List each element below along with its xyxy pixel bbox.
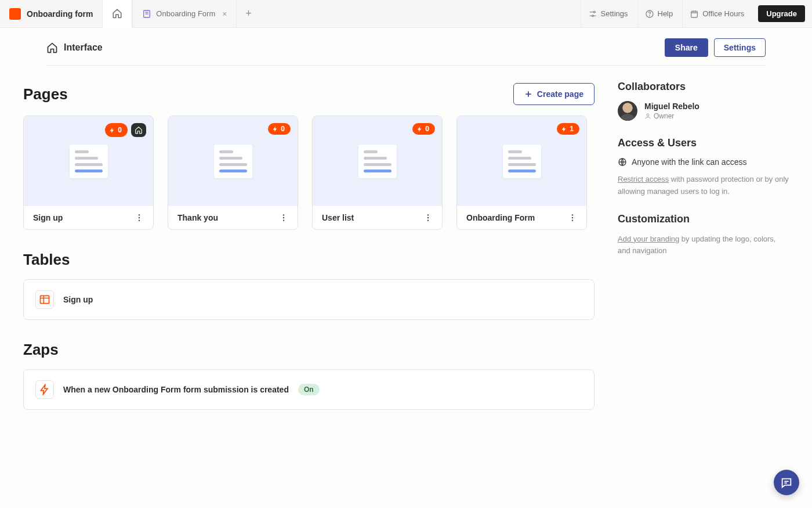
svg-point-18 bbox=[572, 217, 573, 218]
svg-point-10 bbox=[139, 219, 140, 221]
upgrade-button[interactable]: Upgrade bbox=[758, 5, 805, 22]
card-title: Sign up bbox=[33, 213, 63, 222]
page-card[interactable]: 0 Sign up bbox=[23, 116, 154, 230]
more-menu-button[interactable] bbox=[279, 213, 288, 222]
svg-point-6 bbox=[649, 16, 650, 16]
card-title: Thank you bbox=[177, 213, 218, 222]
more-menu-button[interactable] bbox=[423, 213, 433, 222]
card-footer: User list bbox=[313, 206, 442, 229]
more-menu-button[interactable] bbox=[568, 213, 577, 222]
preview-doc bbox=[70, 145, 108, 178]
zaps-header: Zaps bbox=[23, 341, 594, 359]
section-title-pages: Pages bbox=[23, 85, 68, 103]
app-brand: Onboarding form bbox=[0, 0, 102, 27]
avatar bbox=[618, 101, 637, 121]
customization-description: Add your branding by updating the logo, … bbox=[618, 233, 789, 258]
card-footer: Thank you bbox=[168, 206, 298, 229]
page-card[interactable]: 0 User list bbox=[312, 116, 443, 230]
card-preview: 0 bbox=[168, 116, 298, 206]
bolt-badge: 0 bbox=[105, 123, 128, 137]
tab-onboarding-form[interactable]: Onboarding Form × bbox=[132, 0, 237, 27]
svg-rect-1 bbox=[146, 12, 148, 12]
svg-point-4 bbox=[592, 15, 593, 17]
svg-point-17 bbox=[572, 214, 573, 215]
bolt-badge: 0 bbox=[412, 123, 435, 135]
access-description: Restrict access with password protection… bbox=[618, 174, 789, 198]
tab-row: Onboarding Form × + bbox=[102, 0, 260, 27]
bolt-badge: 0 bbox=[268, 123, 291, 135]
preview-doc bbox=[503, 145, 541, 178]
zap-status-badge: On bbox=[298, 384, 320, 395]
home-icon bbox=[112, 8, 122, 19]
share-button[interactable]: Share bbox=[665, 38, 708, 57]
add-branding-link[interactable]: Add your branding bbox=[618, 235, 679, 243]
collaborators-heading: Collaborators bbox=[618, 81, 789, 93]
svg-point-21 bbox=[647, 114, 649, 116]
person-icon bbox=[644, 113, 651, 120]
chat-fab[interactable] bbox=[774, 470, 799, 495]
access-status-row: Anyone with the link can access bbox=[618, 157, 789, 167]
access-heading: Access & Users bbox=[618, 137, 789, 149]
collaborator-name: Miguel Rebelo bbox=[644, 102, 699, 111]
svg-point-16 bbox=[427, 219, 429, 221]
svg-point-12 bbox=[283, 217, 284, 218]
svg-point-13 bbox=[283, 219, 284, 221]
main: Pages Create page 0 bbox=[0, 66, 812, 442]
topbar-settings-link[interactable]: Settings bbox=[581, 0, 635, 27]
section-title-zaps: Zaps bbox=[23, 341, 59, 359]
close-icon[interactable]: × bbox=[222, 9, 227, 19]
card-footer: Sign up bbox=[24, 206, 153, 229]
home-icon bbox=[46, 42, 58, 53]
globe-icon bbox=[618, 157, 627, 167]
table-icon bbox=[35, 290, 54, 309]
page-title: Interface bbox=[64, 42, 103, 53]
calendar-icon bbox=[690, 9, 699, 19]
svg-point-3 bbox=[593, 11, 595, 13]
zap-row[interactable]: When a new Onboarding Form form submissi… bbox=[23, 369, 594, 410]
app-logo bbox=[9, 8, 21, 20]
svg-point-15 bbox=[427, 217, 429, 218]
page-card[interactable]: 0 Thank you bbox=[168, 116, 298, 230]
page-cards-row: 0 Sign up 0 bbox=[23, 116, 594, 230]
restrict-access-link[interactable]: Restrict access bbox=[618, 175, 669, 183]
svg-point-14 bbox=[427, 214, 429, 215]
svg-point-11 bbox=[283, 214, 284, 215]
sliders-icon bbox=[588, 9, 597, 19]
topbar: Onboarding form Onboarding Form × + Sett… bbox=[0, 0, 812, 28]
table-title: Sign up bbox=[63, 295, 93, 304]
plus-icon bbox=[524, 90, 532, 98]
zap-title: When a new Onboarding Form form submissi… bbox=[63, 385, 289, 394]
card-title: Onboarding Form bbox=[466, 213, 535, 222]
pages-header: Pages Create page bbox=[23, 83, 594, 105]
subheader: Interface Share Settings bbox=[46, 28, 766, 66]
collaborator-role: Owner bbox=[644, 112, 699, 120]
svg-point-9 bbox=[139, 217, 140, 218]
card-footer: Onboarding Form bbox=[457, 206, 586, 229]
page-card[interactable]: 1 Onboarding Form bbox=[456, 116, 587, 230]
svg-point-8 bbox=[139, 214, 140, 215]
sidebar: Collaborators Miguel Rebelo Owner Access… bbox=[618, 77, 789, 431]
tab-label: Onboarding Form bbox=[156, 9, 215, 18]
collaborator-row: Miguel Rebelo Owner bbox=[618, 101, 789, 121]
preview-doc bbox=[358, 145, 397, 178]
form-icon bbox=[142, 9, 151, 19]
new-tab-button[interactable]: + bbox=[237, 0, 260, 27]
topbar-help-link[interactable]: Help bbox=[637, 0, 680, 27]
help-icon bbox=[645, 9, 654, 19]
tables-header: Tables bbox=[23, 251, 594, 269]
create-page-button[interactable]: Create page bbox=[513, 83, 594, 105]
home-badge bbox=[131, 123, 146, 137]
tab-home[interactable] bbox=[102, 0, 132, 28]
topbar-office-hours-link[interactable]: Office Hours bbox=[682, 0, 751, 27]
table-row[interactable]: Sign up bbox=[23, 279, 594, 320]
settings-button[interactable]: Settings bbox=[714, 38, 766, 57]
section-title-tables: Tables bbox=[23, 251, 70, 269]
preview-doc bbox=[214, 145, 252, 178]
customization-heading: Customization bbox=[618, 213, 789, 225]
svg-rect-7 bbox=[691, 11, 698, 17]
topbar-right: Settings Help Office Hours Upgrade bbox=[581, 0, 812, 27]
more-menu-button[interactable] bbox=[135, 213, 144, 222]
chat-icon bbox=[780, 476, 793, 489]
zap-icon bbox=[35, 380, 54, 399]
svg-rect-2 bbox=[146, 13, 148, 14]
